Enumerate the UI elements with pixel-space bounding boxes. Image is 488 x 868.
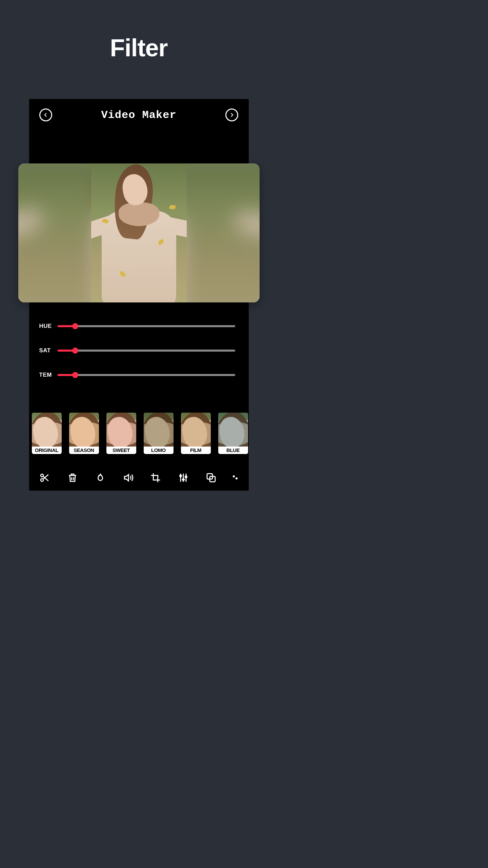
adjust-icon xyxy=(178,472,189,483)
filter-label: SWEET xyxy=(106,447,136,454)
filter-thumb xyxy=(218,413,248,447)
svg-point-8 xyxy=(236,478,237,479)
slider-label: HUE xyxy=(39,323,58,330)
svg-point-4 xyxy=(185,476,187,478)
arrow-left-icon xyxy=(43,112,49,118)
slider-sat[interactable] xyxy=(58,350,235,352)
filter-lomo[interactable]: LOMO xyxy=(144,413,174,454)
crop-button[interactable] xyxy=(148,471,163,485)
back-button[interactable] xyxy=(39,108,52,121)
sliders-panel: HUESATTEM xyxy=(39,323,235,396)
overlay-button[interactable] xyxy=(204,471,218,485)
slider-row-tem: TEM xyxy=(39,372,235,378)
svg-point-2 xyxy=(180,475,181,477)
cut-button[interactable] xyxy=(38,471,52,485)
more-button[interactable] xyxy=(232,471,240,485)
filter-sweet[interactable]: SWEET xyxy=(106,413,136,454)
svg-point-3 xyxy=(182,479,184,480)
slider-row-sat: SAT xyxy=(39,347,235,354)
filter-thumb xyxy=(106,413,136,447)
filter-label: ORIGINAL xyxy=(32,447,62,454)
slider-row-hue: HUE xyxy=(39,323,235,330)
filter-thumb xyxy=(181,413,211,447)
phone-frame: Video Maker HUESATTEM xyxy=(29,99,249,491)
slider-hue[interactable] xyxy=(58,325,235,327)
bottom-toolbar xyxy=(29,465,249,491)
forward-button[interactable] xyxy=(225,108,238,121)
volume-icon xyxy=(123,472,134,483)
preview-image xyxy=(91,163,187,302)
slider-thumb[interactable] xyxy=(72,323,78,329)
app-header: Video Maker xyxy=(29,99,249,121)
filter-label: SEASON xyxy=(69,447,99,454)
trash-icon xyxy=(67,472,78,483)
filter-strip[interactable]: ORIGINALSEASONSWEETLOMOFILMBLUE xyxy=(32,413,249,454)
slider-thumb[interactable] xyxy=(72,348,78,354)
filter-label: LOMO xyxy=(144,447,174,454)
svg-point-1 xyxy=(41,479,43,481)
slider-tem[interactable] xyxy=(58,374,235,376)
page-title: Filter xyxy=(110,34,167,62)
svg-point-7 xyxy=(233,476,235,477)
filter-thumb xyxy=(144,413,174,447)
more-icon xyxy=(232,472,240,483)
volume-button[interactable] xyxy=(121,471,135,485)
filter-original[interactable]: ORIGINAL xyxy=(32,413,62,454)
filter-label: FILM xyxy=(181,447,211,454)
slider-label: TEM xyxy=(39,372,58,378)
slider-label: SAT xyxy=(39,347,58,354)
overlay-icon xyxy=(206,472,217,483)
slider-thumb[interactable] xyxy=(72,372,78,378)
effects-button[interactable] xyxy=(93,471,107,485)
filter-label: BLUE xyxy=(218,447,248,454)
adjust-button[interactable] xyxy=(176,471,190,485)
flame-icon xyxy=(95,472,106,483)
arrow-right-icon xyxy=(229,112,235,118)
filter-thumb xyxy=(69,413,99,447)
app-title: Video Maker xyxy=(101,109,176,121)
crop-icon xyxy=(150,472,161,483)
filter-film[interactable]: FILM xyxy=(181,413,211,454)
delete-button[interactable] xyxy=(65,471,80,485)
cut-icon xyxy=(39,472,50,483)
svg-point-0 xyxy=(41,474,43,477)
filter-season[interactable]: SEASON xyxy=(69,413,99,454)
filter-blue[interactable]: BLUE xyxy=(218,413,248,454)
filter-thumb xyxy=(32,413,62,447)
video-preview[interactable] xyxy=(18,163,260,302)
